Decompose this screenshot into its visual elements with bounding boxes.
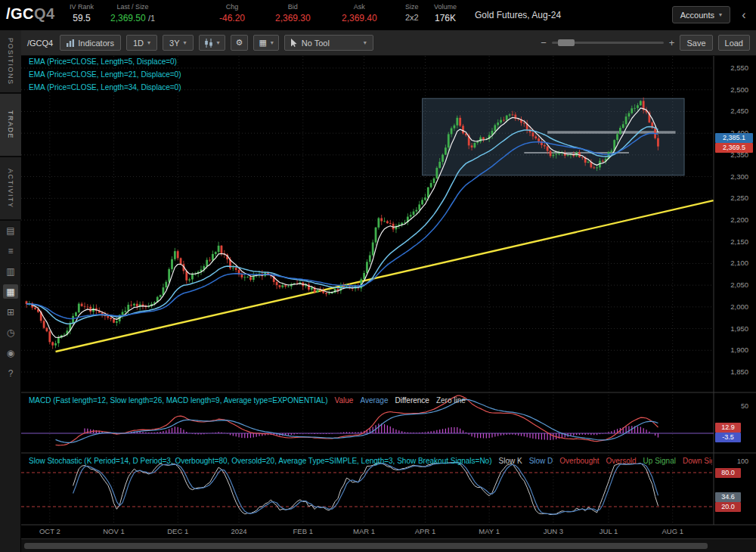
svg-text:1,900: 1,900: [730, 346, 748, 354]
zoom-in-button[interactable]: +: [669, 37, 675, 48]
chevron-down-icon: ▾: [147, 39, 150, 46]
layout-grid-dropdown[interactable]: ▦ ▾: [253, 35, 278, 51]
field-label: Last / Size: [110, 3, 155, 11]
tool-value: No Tool: [302, 39, 330, 48]
study-label-ema5[interactable]: EMA (Price=CLOSE, Length=5, Displace=0): [29, 57, 177, 66]
stoch-overbought-badge: 80.0: [715, 468, 741, 478]
accounts-dropdown[interactable]: Accounts ▾: [672, 6, 730, 23]
svg-text:2,100: 2,100: [730, 259, 748, 267]
chevron-down-icon: ▾: [217, 39, 220, 46]
chevron-down-icon: ▾: [719, 11, 722, 18]
last-size: /1: [148, 14, 155, 23]
chevron-down-icon: ▾: [183, 39, 186, 46]
field-iv-rank: IV Rank 59.5: [70, 3, 94, 23]
macd-value-badge: 12.9: [715, 423, 741, 433]
legend-item: Up Signal: [643, 457, 676, 465]
stoch-pane: [21, 463, 714, 515]
svg-text:1,950: 1,950: [730, 324, 748, 333]
rail-icon-list: ▤≡▥▦⊞◷◉?: [0, 223, 21, 380]
field-value: 59.5: [70, 13, 94, 23]
trading-platform-window: /GCQ4 IV Rank 59.5 Last / Size 2,369.50 …: [0, 0, 756, 552]
timeframe-dropdown[interactable]: 1D ▾: [126, 35, 157, 51]
study-label-macd[interactable]: MACD (Fast length=12, Slow length=26, MA…: [29, 396, 328, 405]
legend-item: Oversold: [606, 457, 637, 465]
field-value: 2x2: [405, 13, 419, 22]
candlestick-icon: [204, 39, 213, 48]
macd-study-row: MACD (Fast length=12, Slow length=26, MA…: [29, 396, 466, 405]
cursor-icon: [291, 39, 298, 47]
scrollbar-thumb[interactable]: [24, 543, 708, 549]
svg-text:2,250: 2,250: [730, 194, 748, 202]
range-value: 3Y: [169, 39, 179, 48]
svg-text:MAY 1: MAY 1: [479, 527, 500, 535]
field-label: Bid: [275, 3, 311, 11]
field-size: Size 2x2: [405, 3, 419, 22]
timeframe-value: 1D: [133, 39, 144, 48]
field-value: 176K: [434, 13, 457, 23]
symbol: /GCQ4: [6, 5, 55, 23]
field-label: Size: [405, 3, 419, 11]
legend-item: Overbought: [559, 457, 599, 465]
legend-item: Slow D: [529, 457, 553, 465]
range-dropdown[interactable]: 3Y ▾: [163, 35, 193, 51]
grid-layout-icon: ▦: [259, 38, 266, 48]
drawing-tool-dropdown[interactable]: No Tool ▾: [284, 35, 373, 51]
last-price: 2,369.50: [110, 13, 146, 23]
field-chg: Chg -46.20: [219, 3, 245, 23]
grid-small-icon[interactable]: ▥: [3, 264, 18, 278]
indicator-bars-icon: [67, 39, 74, 47]
sidebar-tab-positions[interactable]: POSITIONS: [0, 30, 21, 94]
indicators-button[interactable]: Indicators: [60, 35, 121, 51]
sidebar-tab-trade[interactable]: TRADE: [0, 94, 21, 157]
collapse-panel-button[interactable]: ‹: [735, 6, 753, 23]
chart-icon[interactable]: ▦: [3, 284, 18, 299]
field-value: -46.20: [219, 13, 245, 23]
clock-icon[interactable]: ◷: [3, 325, 18, 340]
svg-text:2,200: 2,200: [730, 216, 748, 224]
symbol-suffix: Q4: [34, 5, 55, 22]
svg-text:2,050: 2,050: [730, 281, 748, 289]
legend-item: Average: [360, 396, 388, 405]
document-icon[interactable]: ▤: [3, 223, 18, 237]
svg-text:APR 1: APR 1: [415, 527, 435, 535]
svg-text:FEB 1: FEB 1: [293, 527, 313, 535]
svg-text:2,000: 2,000: [730, 302, 748, 311]
stoch-study-row: Slow Stochastic (K Period=14, D Period=3…: [29, 457, 712, 465]
chevron-down-icon: ▾: [271, 39, 274, 46]
sidebar-tab-activity[interactable]: ACTIVITY: [0, 157, 21, 221]
zoom-slider[interactable]: [552, 42, 664, 44]
field-label: IV Rank: [70, 3, 94, 11]
chart-symbol-input[interactable]: /GCQ4: [27, 39, 53, 48]
study-label-ema21[interactable]: EMA (Price=CLOSE, Length=21, Displace=0): [29, 70, 181, 79]
apps-icon[interactable]: ⊞: [3, 305, 18, 319]
users-icon[interactable]: ◉: [3, 346, 18, 360]
chart-settings-button[interactable]: ⚙: [231, 35, 249, 51]
study-label-stochastic[interactable]: Slow Stochastic (K Period=14, D Period=3…: [29, 457, 492, 465]
zoom-out-button[interactable]: −: [541, 37, 547, 48]
svg-text:2,450: 2,450: [730, 107, 748, 115]
field-label: Chg: [219, 3, 245, 11]
zoom-slider-handle[interactable]: [558, 39, 575, 46]
legend-item: Down Signal: [683, 457, 712, 465]
svg-text:AUG 1: AUG 1: [662, 527, 683, 535]
price-chart-canvas[interactable]: 2,5502,5002,4502,4002,3502,3002,2502,200…: [21, 56, 756, 538]
study-label-ema34[interactable]: EMA (Price=CLOSE, Length=34, Displace=0): [29, 83, 181, 91]
field-bid: Bid 2,369.30: [275, 3, 311, 23]
left-rail: POSITIONS TRADE ACTIVITY ▤≡▥▦⊞◷◉?: [0, 30, 21, 552]
save-button[interactable]: Save: [680, 35, 712, 51]
help-icon[interactable]: ?: [3, 366, 18, 380]
svg-text:2,150: 2,150: [730, 237, 748, 246]
chart-type-dropdown[interactable]: ▾: [199, 35, 225, 51]
list-icon[interactable]: ≡: [3, 243, 18, 258]
chevron-down-icon: ▾: [364, 39, 367, 46]
svg-text:50: 50: [741, 402, 748, 410]
legend-item: Zero line: [436, 396, 466, 405]
stoch-k-badge: 34.6: [715, 492, 741, 502]
svg-text:2,550: 2,550: [730, 64, 748, 72]
stoch-oversold-badge: 20.0: [715, 502, 741, 512]
svg-text:JUL 1: JUL 1: [600, 527, 618, 535]
load-button[interactable]: Load: [718, 35, 750, 51]
svg-text:NOV 1: NOV 1: [103, 527, 125, 535]
field-ask: Ask 2,369.40: [342, 3, 377, 23]
horizontal-scrollbar[interactable]: [21, 538, 756, 552]
